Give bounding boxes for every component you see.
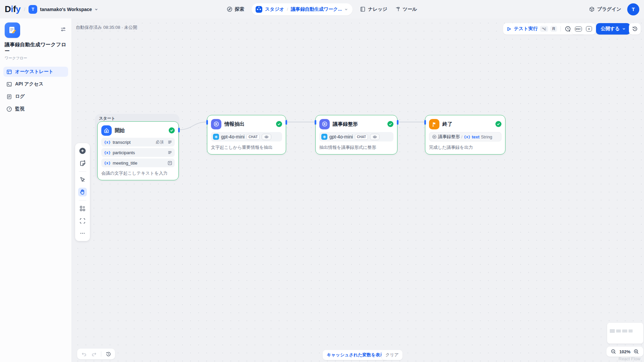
toolbar-divider bbox=[79, 171, 86, 172]
path-separator: / bbox=[461, 134, 463, 139]
minimap-node bbox=[616, 329, 621, 333]
fit-view-icon bbox=[79, 218, 86, 224]
version-history-button[interactable] bbox=[629, 23, 641, 35]
cursor-icon bbox=[79, 177, 86, 183]
redo-icon bbox=[91, 351, 97, 357]
node-start[interactable]: 開始 {x} transcript 必須 {x} participants {x… bbox=[97, 121, 179, 180]
source-handle[interactable] bbox=[178, 128, 180, 132]
chevron-down-icon bbox=[95, 8, 98, 11]
output-source-node: 議事録整形 bbox=[438, 134, 460, 140]
change-history-button[interactable] bbox=[104, 350, 112, 358]
note-icon bbox=[79, 160, 86, 167]
env-variables-button[interactable]: ENV bbox=[574, 25, 582, 33]
nav-explore[interactable]: 探索 bbox=[227, 6, 244, 12]
node-title: 情報抽出 bbox=[224, 121, 273, 127]
test-run-button[interactable]: テスト実行 bbox=[514, 26, 538, 32]
undo-button[interactable] bbox=[80, 350, 88, 358]
source-handle[interactable] bbox=[285, 120, 287, 125]
model-selector[interactable]: gpt-4o-mini CHAT bbox=[211, 132, 282, 141]
gauge-icon bbox=[6, 106, 12, 112]
app-subtitle: ワークフロー bbox=[5, 56, 67, 61]
app-icon[interactable] bbox=[5, 22, 20, 38]
sidebar-item-monitoring[interactable]: 監視 bbox=[3, 104, 68, 114]
start-field-transcript[interactable]: {x} transcript 必須 bbox=[101, 138, 175, 146]
target-handle[interactable] bbox=[206, 120, 208, 125]
blocks-plus-icon bbox=[79, 205, 86, 212]
output-var-name: text bbox=[472, 134, 480, 139]
breadcrumb-app-name[interactable]: 議事録自動生成ワーク... bbox=[291, 6, 342, 12]
nav-knowledge-label: ナレッジ bbox=[368, 6, 387, 12]
openai-icon bbox=[213, 134, 219, 140]
robot-icon bbox=[256, 6, 262, 13]
sidebar-item-logs[interactable]: ログ bbox=[3, 92, 68, 102]
history-icon bbox=[106, 351, 111, 357]
sidebar-item-api-access[interactable]: API アクセス bbox=[3, 79, 68, 89]
variables-toolbar: ENV x bbox=[572, 23, 596, 35]
hand-mode-button[interactable] bbox=[78, 188, 87, 196]
app-settings-button[interactable] bbox=[60, 26, 66, 34]
react-flow-attribution: React Flow bbox=[619, 356, 640, 361]
pointer-mode-button[interactable] bbox=[78, 175, 87, 184]
minimap[interactable] bbox=[607, 323, 643, 344]
llm-node-icon bbox=[211, 119, 221, 129]
ellipsis-icon bbox=[80, 231, 85, 236]
show-cached-variables-button[interactable]: キャッシュされた変数を表示 bbox=[323, 350, 388, 360]
end-node-icon bbox=[429, 119, 439, 129]
eye-icon bbox=[264, 135, 269, 139]
nav-studio-label[interactable]: スタジオ bbox=[265, 6, 284, 12]
zoom-out-button[interactable] bbox=[609, 348, 618, 356]
memo-pencil-icon bbox=[8, 26, 17, 35]
studio-breadcrumb-pill[interactable]: スタジオ / 議事録自動生成ワーク... bbox=[252, 3, 353, 15]
zoom-in-icon bbox=[634, 349, 639, 354]
source-handle[interactable] bbox=[397, 120, 398, 125]
more-options-button[interactable] bbox=[78, 229, 87, 238]
field-name: participants bbox=[113, 150, 135, 155]
output-variable[interactable]: 議事録整形 / {x} text String bbox=[429, 132, 501, 141]
variable-icon: {x} bbox=[104, 161, 111, 165]
nav-tools[interactable]: ツール bbox=[395, 6, 417, 12]
target-handle[interactable] bbox=[315, 120, 316, 125]
sliders-icon bbox=[60, 26, 66, 32]
paragraph-type-icon bbox=[168, 150, 172, 155]
user-avatar[interactable]: T bbox=[627, 3, 639, 15]
hammer-icon bbox=[395, 6, 400, 12]
text-type-icon bbox=[168, 161, 172, 165]
workflow-canvas[interactable]: 自動保存済み 08:35:08 · 未公開 テスト実行 ⌥ R ENV x 公開… bbox=[72, 18, 644, 362]
node-extract[interactable]: 情報抽出 gpt-4o-mini CHAT 文字起こしから重要情報を抽出 bbox=[207, 115, 286, 155]
start-field-meeting-title[interactable]: {x} meeting_title bbox=[101, 159, 175, 167]
organize-blocks-button[interactable] bbox=[78, 204, 87, 213]
llm-node-icon bbox=[319, 119, 330, 129]
start-field-participants[interactable]: {x} participants bbox=[101, 148, 175, 157]
zoom-in-button[interactable] bbox=[632, 348, 640, 356]
success-check-icon bbox=[169, 127, 175, 133]
variable-inspect-button[interactable]: x bbox=[585, 25, 593, 33]
sidebar-item-orchestrate[interactable]: オーケストレート bbox=[3, 67, 68, 77]
output-var-type: String bbox=[481, 134, 492, 139]
node-format[interactable]: 議事録整形 gpt-4o-mini CHAT 抽出情報を議事録形式に整形 bbox=[315, 115, 397, 155]
toolbar-divider bbox=[560, 26, 561, 32]
add-node-button[interactable] bbox=[78, 146, 87, 155]
nav-knowledge[interactable]: ナレッジ bbox=[360, 6, 387, 12]
zoom-level[interactable]: 102% bbox=[619, 349, 630, 354]
llm-icon bbox=[322, 121, 328, 127]
model-selector[interactable]: gpt-4o-mini CHAT bbox=[319, 132, 393, 141]
group-label: スタート bbox=[95, 114, 179, 121]
workspace-switcher[interactable]: T tanamako's Workspace bbox=[29, 5, 98, 14]
fit-view-button[interactable] bbox=[78, 217, 87, 225]
toolbar-divider bbox=[79, 200, 86, 200]
add-note-button[interactable] bbox=[78, 159, 87, 168]
model-name: gpt-4o-mini bbox=[329, 134, 353, 139]
chevron-down-icon[interactable] bbox=[344, 8, 348, 11]
nav-explore-label: 探索 bbox=[235, 6, 244, 12]
home-icon bbox=[104, 128, 109, 133]
node-title: 議事録整形 bbox=[333, 121, 384, 127]
clear-button[interactable]: クリア bbox=[382, 350, 402, 360]
publish-button[interactable]: 公開する bbox=[596, 23, 630, 35]
target-handle[interactable] bbox=[424, 120, 426, 125]
env-icon: ENV bbox=[575, 26, 582, 32]
run-history-button[interactable] bbox=[564, 25, 572, 33]
nav-plugins[interactable]: プラグイン bbox=[589, 6, 621, 12]
node-end[interactable]: 終了 議事録整形 / {x} text String 完成した議事録を出力 bbox=[425, 115, 505, 155]
redo-button[interactable] bbox=[90, 350, 98, 358]
sidebar-item-label: ログ bbox=[15, 94, 25, 100]
